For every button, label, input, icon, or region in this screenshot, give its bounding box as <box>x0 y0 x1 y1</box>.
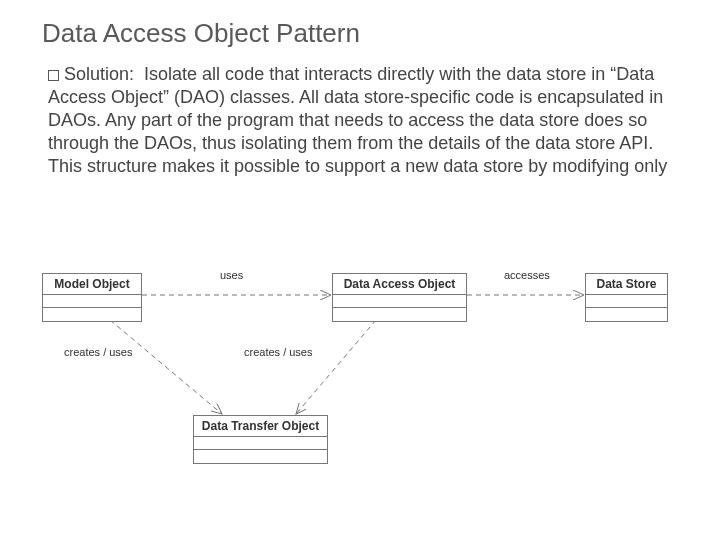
page-title: Data Access Object Pattern <box>42 18 678 49</box>
uml-title-dao: Data Access Object <box>333 274 466 295</box>
uml-box-dto: Data Transfer Object <box>193 415 328 464</box>
uml-title-data-store: Data Store <box>586 274 667 295</box>
uml-compartment <box>586 308 667 321</box>
solution-paragraph: Solution: Isolate all code that interact… <box>48 63 678 178</box>
solution-label: Solution: <box>64 64 134 84</box>
uml-compartment <box>43 308 141 321</box>
edge-label-creates-uses-left: creates / uses <box>64 346 132 358</box>
solution-body: Isolate all code that interacts directly… <box>48 64 667 176</box>
uml-title-dto: Data Transfer Object <box>194 416 327 437</box>
uml-box-dao: Data Access Object <box>332 273 467 322</box>
edge-label-uses: uses <box>220 269 243 281</box>
edge-label-creates-uses-right: creates / uses <box>244 346 312 358</box>
uml-diagram: Model Object Data Access Object Data Sto… <box>42 273 678 503</box>
uml-box-data-store: Data Store <box>585 273 668 322</box>
uml-compartment <box>194 450 327 463</box>
uml-compartment <box>43 295 141 308</box>
svg-line-3 <box>296 320 376 414</box>
uml-compartment <box>333 295 466 308</box>
uml-compartment <box>586 295 667 308</box>
bullet-square-icon <box>48 70 59 81</box>
uml-title-model-object: Model Object <box>43 274 141 295</box>
svg-line-2 <box>110 320 222 414</box>
uml-compartment <box>194 437 327 450</box>
uml-box-model-object: Model Object <box>42 273 142 322</box>
uml-compartment <box>333 308 466 321</box>
edge-label-accesses: accesses <box>504 269 550 281</box>
